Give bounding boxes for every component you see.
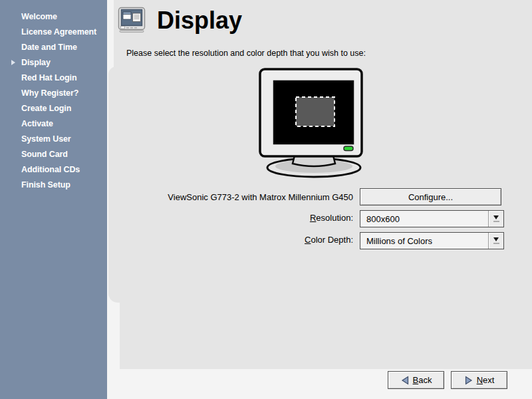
sidebar-item-finish-setup[interactable]: Finish Setup [0, 178, 107, 193]
sidebar-item-activate[interactable]: Activate [0, 116, 107, 132]
back-button[interactable]: Back [388, 371, 444, 389]
setup-agent-window: Welcome License Agreement Date and Time … [0, 0, 532, 399]
sidebar-item-create-login[interactable]: Create Login [0, 101, 107, 116]
resolution-dropdown[interactable]: 532x399 [360, 210, 504, 227]
sidebar-item-date-and-time[interactable]: Date and Time [0, 40, 107, 55]
wizard-sidebar: Welcome License Agreement Date and Time … [0, 0, 107, 399]
dropdown-arrow-icon [488, 233, 503, 249]
resolution-value: 532x399 [360, 214, 488, 224]
sidebar-item-additional-cds[interactable]: Additional CDs [0, 162, 107, 178]
active-item-arrow-icon [11, 60, 15, 65]
back-arrow-icon [400, 376, 410, 385]
resolution-selection-area [296, 97, 334, 126]
sidebar-item-red-hat-login[interactable]: Red Hat Login [0, 70, 107, 86]
next-arrow-icon [464, 376, 473, 385]
sidebar-item-system-user[interactable]: System User [0, 132, 107, 147]
power-led [344, 146, 353, 151]
next-button[interactable]: Next [451, 371, 507, 389]
color-depth-label: Color Depth: [157, 235, 353, 245]
content-panel [120, 297, 532, 369]
sidebar-item-welcome[interactable]: Welcome [0, 9, 107, 25]
configure-button[interactable]: Configure... [360, 188, 501, 205]
intro-text: Please select the resolution and color d… [126, 49, 366, 58]
sidebar-item-display[interactable]: Display [0, 55, 107, 70]
sidebar-item-why-register[interactable]: Why Register? [0, 86, 107, 101]
device-label: ViewSonic G773-2 with Matrox Millennium … [157, 192, 353, 202]
color-depth-value: Millions of Colors [360, 236, 488, 246]
monitor-illustration [256, 66, 369, 178]
sidebar-item-sound-card[interactable]: Sound Card [0, 147, 107, 162]
sidebar-item-license-agreement[interactable]: License Agreement [0, 25, 107, 40]
wizard-step-list: Welcome License Agreement Date and Time … [0, 0, 107, 193]
crt-monitor-icon [118, 7, 146, 35]
resolution-label: Resolution: [157, 213, 353, 223]
dropdown-arrow-icon [488, 211, 503, 227]
page-title: Display [157, 7, 242, 35]
color-depth-dropdown[interactable]: Millions of Colors [360, 232, 504, 249]
